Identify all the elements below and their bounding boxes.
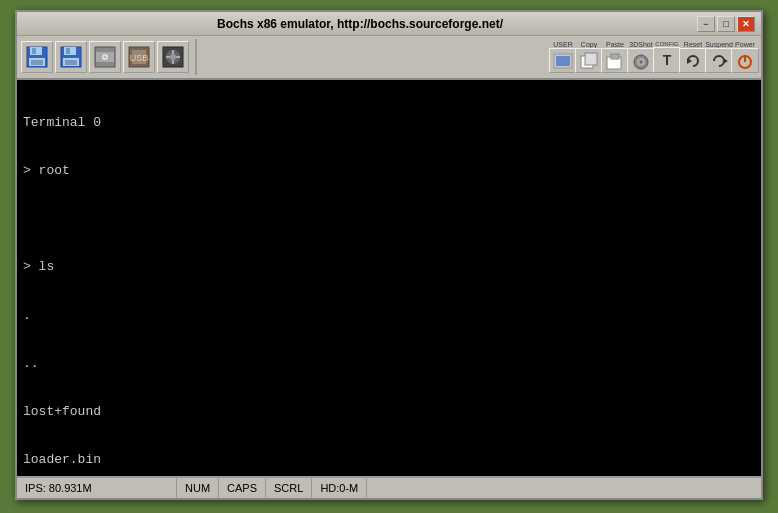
usb-icon[interactable]: USB: [123, 41, 155, 73]
user-button[interactable]: [549, 48, 577, 73]
hd-label: HD:0-M: [320, 482, 358, 494]
main-window: Bochs x86 emulator, http://bochs.sourcef…: [15, 10, 763, 500]
suspend-label: Suspend: [705, 41, 733, 48]
maximize-button[interactable]: □: [717, 16, 735, 32]
reset-label: Reset: [684, 41, 702, 48]
power-icon-group: Power: [733, 41, 757, 73]
floppy-b-icon[interactable]: [55, 41, 87, 73]
toolbar-separator-1: [195, 39, 197, 75]
svg-rect-4: [31, 60, 43, 65]
svg-marker-34: [687, 58, 692, 64]
config-icon[interactable]: [157, 41, 189, 73]
cdrom-icon[interactable]: [89, 41, 121, 73]
title-bar: Bochs x86 emulator, http://bochs.sourcef…: [17, 12, 761, 36]
paste-icon-group: Paste: [603, 41, 627, 73]
ips-value: IPS: 80.931M: [25, 482, 92, 494]
toolbar-right-group: USER Copy: [551, 41, 757, 73]
snapshot-button[interactable]: [627, 48, 655, 73]
svg-rect-7: [66, 48, 70, 54]
terminal-line-5: ..: [23, 355, 755, 373]
config-right-button[interactable]: T: [653, 47, 681, 73]
svg-rect-27: [585, 53, 597, 65]
terminal-area[interactable]: Terminal 0 > root > ls . .. lost+found l…: [17, 80, 761, 476]
suspend-button[interactable]: [705, 48, 733, 73]
toolbar: USB USER: [17, 36, 761, 80]
svg-rect-9: [65, 60, 77, 65]
terminal-line-6: lost+found: [23, 403, 755, 421]
paste-label: Paste: [606, 41, 624, 48]
hd-status: HD:0-M: [312, 478, 367, 498]
copy-icon-group: Copy: [577, 41, 601, 73]
svg-point-13: [104, 56, 107, 59]
terminal-line-2: [23, 210, 755, 228]
reset-button[interactable]: [679, 48, 707, 73]
terminal-line-1: > root: [23, 162, 755, 180]
svg-rect-2: [32, 48, 36, 54]
status-bar: IPS: 80.931M NUM CAPS SCRL HD:0-M: [17, 476, 761, 498]
terminal-title-line: Terminal 0: [23, 114, 755, 132]
paste-button[interactable]: [601, 48, 629, 73]
user-icon-group: USER: [551, 41, 575, 73]
close-button[interactable]: ✕: [737, 16, 755, 32]
power-button[interactable]: [731, 48, 759, 73]
reset-icon-group: Reset: [681, 41, 705, 73]
toolbar-left-group: USB: [21, 41, 189, 73]
svg-point-19: [170, 54, 176, 60]
ips-status: IPS: 80.931M: [17, 478, 177, 498]
caps-label: CAPS: [227, 482, 257, 494]
snapshot-label: 3DShot: [629, 41, 652, 48]
scrl-label: SCRL: [274, 482, 303, 494]
terminal-line-7: loader.bin: [23, 451, 755, 469]
config-right-icon-group: CONFIG T: [655, 41, 679, 73]
window-title: Bochs x86 emulator, http://bochs.sourcef…: [23, 17, 697, 31]
terminal-output: Terminal 0 > root > ls . .. lost+found l…: [17, 80, 761, 476]
svg-rect-29: [611, 54, 619, 59]
power-label: Power: [735, 41, 755, 48]
caps-status: CAPS: [219, 478, 266, 498]
snapshot-icon-group: 3DShot: [629, 41, 653, 73]
svg-text:T: T: [663, 52, 672, 68]
num-label: NUM: [185, 482, 210, 494]
minimize-button[interactable]: −: [697, 16, 715, 32]
suspend-icon-group: Suspend: [707, 41, 731, 73]
num-status: NUM: [177, 478, 219, 498]
floppy-a-icon[interactable]: [21, 41, 53, 73]
user-label: USER: [553, 41, 572, 48]
copy-button[interactable]: [575, 48, 603, 73]
svg-text:USB: USB: [130, 53, 149, 63]
svg-point-32: [640, 60, 643, 63]
terminal-line-3: > ls: [23, 258, 755, 276]
scrl-status: SCRL: [266, 478, 312, 498]
copy-label: Copy: [581, 41, 597, 48]
svg-rect-25: [556, 56, 570, 66]
title-controls: − □ ✕: [697, 16, 755, 32]
terminal-line-4: .: [23, 307, 755, 325]
svg-marker-35: [723, 58, 728, 64]
